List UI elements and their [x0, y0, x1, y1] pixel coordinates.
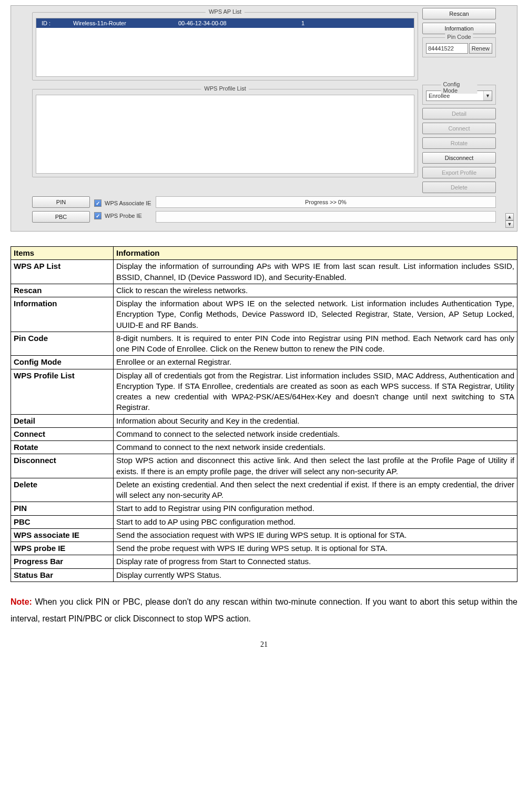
ap-channel: 1	[278, 20, 310, 26]
item-name: Config Mode	[11, 356, 114, 369]
table-row: DetailInformation about Security and Key…	[11, 414, 517, 427]
chevron-down-icon: ▼	[483, 91, 492, 101]
ap-bssid: 00-46-12-34-00-08	[173, 20, 278, 26]
table-row: Config ModeEnrollee or an external Regis…	[11, 356, 517, 369]
col-information: Information	[114, 247, 517, 260]
ap-ssid: Wireless-11n-Router	[68, 20, 173, 26]
note-text: When you click PIN or PBC, please don't …	[11, 597, 517, 623]
wps-ap-list-legend: WPS AP List	[206, 8, 245, 15]
information-button[interactable]: Information	[422, 23, 496, 34]
export-profile-button[interactable]: Export Profile	[422, 167, 496, 178]
progress-bar: Progress >> 0%	[156, 196, 496, 208]
table-row: Pin Code8-digit numbers. It is required …	[11, 332, 517, 356]
table-row: PINStart to add to Registrar using PIN c…	[11, 502, 517, 515]
item-name: Delete	[11, 478, 114, 502]
item-name: Status Bar	[11, 568, 114, 582]
note-label: Note:	[11, 597, 32, 606]
item-name: Rotate	[11, 441, 114, 454]
item-description: 8-digit numbers. It is required to enter…	[114, 332, 517, 356]
wps-probe-ie-label: WPS Probe IE	[105, 213, 142, 219]
item-name: PIN	[11, 502, 114, 515]
wps-associate-ie-label: WPS Associate IE	[105, 200, 151, 206]
wps-profile-list[interactable]	[36, 95, 414, 174]
wps-probe-ie-checkbox[interactable]: ✓ WPS Probe IE	[94, 212, 151, 219]
pin-code-group: Pin Code 84441522 Renew	[422, 37, 496, 57]
item-description: Display all of credentials got from the …	[114, 369, 517, 414]
check-icon: ✓	[94, 199, 101, 207]
status-bar	[156, 211, 496, 223]
item-name: Progress Bar	[11, 555, 114, 568]
config-mode-legend: Config Mode	[441, 81, 478, 94]
wps-associate-ie-checkbox[interactable]: ✓ WPS Associate IE	[94, 199, 151, 207]
item-name: WPS associate IE	[11, 528, 114, 542]
item-description: Enrollee or an external Registrar.	[114, 356, 517, 369]
item-name: Information	[11, 297, 114, 332]
note-paragraph: Note: When you click PIN or PBC, please …	[11, 594, 517, 627]
connect-button[interactable]: Connect	[422, 123, 496, 134]
ap-id-label: ID :	[36, 20, 68, 26]
table-row: WPS AP ListDisplay the information of su…	[11, 260, 517, 284]
table-row: RescanClick to rescan the wireless netwo…	[11, 284, 517, 297]
delete-button[interactable]: Delete	[422, 182, 496, 193]
detail-button[interactable]: Detail	[422, 108, 496, 119]
item-description: Information about Security and Key in th…	[114, 414, 517, 427]
wps-profile-list-legend: WPS Profile List	[201, 85, 249, 92]
item-name: PBC	[11, 515, 114, 528]
pin-button[interactable]: PIN	[32, 196, 90, 208]
rotate-button[interactable]: Rotate	[422, 137, 496, 149]
wps-profile-list-group: WPS Profile List	[32, 89, 418, 177]
item-description: Display currently WPS Status.	[114, 568, 517, 582]
disconnect-button[interactable]: Disconnect	[422, 152, 496, 164]
item-description: Send the probe request with WPS IE durin…	[114, 542, 517, 555]
item-name: Detail	[11, 414, 114, 427]
item-name: Disconnect	[11, 454, 114, 478]
item-description: Start to add to AP using PBC configurati…	[114, 515, 517, 528]
table-row: WPS associate IESend the association req…	[11, 528, 517, 542]
items-description-table: Items Information WPS AP ListDisplay the…	[11, 246, 517, 582]
col-items: Items	[11, 247, 114, 260]
pin-code-legend: Pin Code	[445, 34, 473, 40]
table-row: DisconnectStop WPS action and disconnect…	[11, 454, 517, 478]
table-row: Status BarDisplay currently WPS Status.	[11, 568, 517, 582]
item-name: Pin Code	[11, 332, 114, 356]
table-row: WPS probe IESend the probe request with …	[11, 542, 517, 555]
item-name: WPS probe IE	[11, 542, 114, 555]
item-description: Delete an existing credential. And then …	[114, 478, 517, 502]
rescan-button[interactable]: Rescan	[422, 8, 496, 19]
page-number: 21	[11, 640, 517, 649]
item-description: Display the information about WPS IE on …	[114, 297, 517, 332]
table-row: RotateCommand to connect to the next net…	[11, 441, 517, 454]
table-row: ConnectCommand to connect to the selecte…	[11, 427, 517, 440]
item-description: Send the association request with WPS IE…	[114, 528, 517, 542]
ap-row-selected[interactable]: ID : Wireless-11n-Router 00-46-12-34-00-…	[36, 18, 414, 28]
item-description: Display rate of progress from Start to C…	[114, 555, 517, 568]
wps-ap-list-group: WPS AP List ID : Wireless-11n-Router 00-…	[32, 12, 418, 81]
item-name: Connect	[11, 427, 114, 440]
item-name: WPS Profile List	[11, 369, 114, 414]
scroll-up-icon[interactable]: ▲	[505, 213, 514, 220]
item-description: Command to connect to the next network i…	[114, 441, 517, 454]
item-description: Stop WPS action and disconnect this acti…	[114, 454, 517, 478]
item-name: WPS AP List	[11, 260, 114, 284]
pin-code-input[interactable]: 84441522	[426, 43, 468, 54]
check-icon: ✓	[94, 212, 101, 219]
table-row: Progress BarDisplay rate of progress fro…	[11, 555, 517, 568]
table-row: WPS Profile ListDisplay all of credentia…	[11, 369, 517, 414]
scroll-down-icon[interactable]: ▼	[505, 220, 514, 228]
item-description: Click to rescan the wireless networks.	[114, 284, 517, 297]
wps-utility-panel: WPS AP List ID : Wireless-11n-Router 00-…	[11, 5, 517, 232]
table-row: InformationDisplay the information about…	[11, 297, 517, 332]
scroll-arrows[interactable]: ▲ ▼	[505, 213, 514, 228]
wps-ap-list[interactable]: ID : Wireless-11n-Router 00-46-12-34-00-…	[36, 18, 414, 77]
renew-button[interactable]: Renew	[469, 43, 492, 54]
item-name: Rescan	[11, 284, 114, 297]
table-row: PBCStart to add to AP using PBC configur…	[11, 515, 517, 528]
item-description: Display the information of surrounding A…	[114, 260, 517, 284]
item-description: Start to add to Registrar using PIN conf…	[114, 502, 517, 515]
item-description: Command to connect to the selected netwo…	[114, 427, 517, 440]
table-row: DeleteDelete an existing credential. And…	[11, 478, 517, 502]
pbc-button[interactable]: PBC	[32, 211, 90, 223]
config-mode-group: Config Mode Enrollee ▼	[422, 85, 496, 105]
